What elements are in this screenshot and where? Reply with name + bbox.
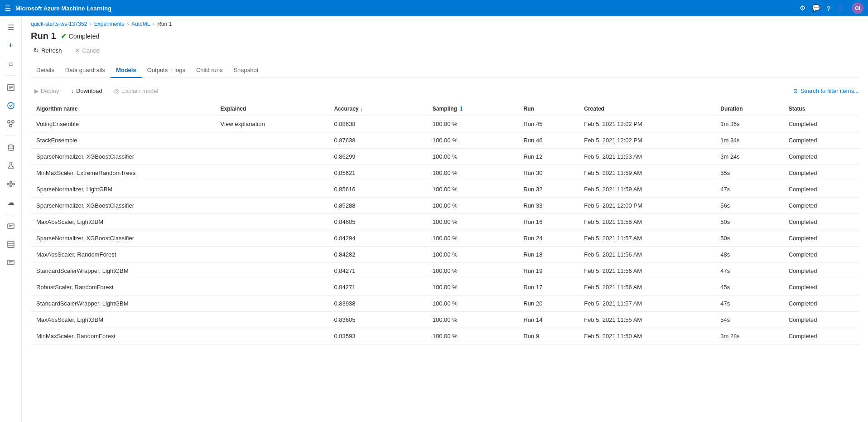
page-title: Run 1 [31, 31, 56, 41]
breadcrumb-sep-3: › [153, 21, 154, 27]
algorithm-cell[interactable]: MaxAbsScaler, RandomForest [31, 247, 215, 263]
settings-icon[interactable]: ⚙ [800, 4, 805, 12]
algorithm-cell[interactable]: MinMaxScaler, RandomForest [31, 328, 215, 344]
cancel-button[interactable]: ✕ Cancel [72, 45, 103, 56]
table-row: StandardScalerWrapper, LightGBM 0.83938 … [31, 296, 859, 312]
explained-cell [215, 181, 329, 198]
svg-rect-6 [12, 121, 14, 123]
tab-data-guardrails[interactable]: Data guardrails [60, 63, 111, 78]
tab-outputs-logs[interactable]: Outputs + logs [142, 63, 191, 78]
algorithm-cell[interactable]: StackEnsemble [31, 132, 215, 149]
profile-icon[interactable]: 👤 [837, 4, 845, 12]
help-icon[interactable]: ? [827, 5, 830, 12]
duration-cell: 3m 24s [715, 149, 783, 165]
deploy-icon: ▶ [34, 88, 39, 94]
explained-cell[interactable]: View explanation [215, 116, 329, 132]
created-cell: Feb 5, 2021 11:59 AM [579, 165, 715, 181]
sidebar-item-pipelines[interactable] [2, 176, 20, 192]
accuracy-cell: 0.84294 [328, 230, 427, 247]
breadcrumb-workspace[interactable]: quick-starts-ws-137352 [31, 21, 87, 27]
action-row: ↻ Refresh ✕ Cancel [31, 45, 859, 56]
sidebar-item-labeling[interactable] [2, 254, 20, 271]
col-accuracy[interactable]: Accuracy ↓ [328, 102, 427, 116]
run-cell[interactable]: Run 14 [518, 312, 579, 328]
created-cell: Feb 5, 2021 11:56 AM [579, 214, 715, 230]
run-cell[interactable]: Run 18 [518, 247, 579, 263]
sampling-info-icon[interactable]: ℹ [460, 106, 463, 112]
sidebar-item-notebooks[interactable] [2, 79, 20, 96]
run-cell[interactable]: Run 12 [518, 149, 579, 165]
algorithm-cell[interactable]: SparseNormalizer, LightGBM [31, 181, 215, 198]
algorithm-cell[interactable]: SparseNormalizer, XGBoostClassifier [31, 230, 215, 247]
created-cell: Feb 5, 2021 11:50 AM [579, 328, 715, 344]
models-table: Algorithm name Explained Accuracy ↓ Samp… [31, 102, 859, 344]
run-cell[interactable]: Run 46 [518, 132, 579, 149]
explained-cell [215, 263, 329, 279]
sidebar-item-home[interactable]: ⌂ [2, 55, 20, 72]
table-row: VotingEnsemble View explanation 0.88638 … [31, 116, 859, 132]
run-cell[interactable]: Run 20 [518, 296, 579, 312]
table-row: SparseNormalizer, XGBoostClassifier 0.86… [31, 149, 859, 165]
algorithm-cell[interactable]: SparseNormalizer, XGBoostClassifier [31, 149, 215, 165]
algorithm-cell[interactable]: MaxAbsScaler, LightGBM [31, 214, 215, 230]
tab-snapshot[interactable]: Snapshot [228, 63, 264, 78]
algorithm-cell[interactable]: MaxAbsScaler, LightGBM [31, 312, 215, 328]
hamburger-icon[interactable]: ☰ [5, 4, 11, 13]
avatar[interactable]: OI [852, 2, 863, 14]
algorithm-cell[interactable]: VotingEnsemble [31, 116, 215, 132]
search-placeholder[interactable]: Search to filter items... [800, 87, 859, 94]
main-content: quick-starts-ws-137352 › Experiments › A… [22, 16, 868, 422]
download-button[interactable]: ↓ Download [67, 85, 106, 97]
explained-cell [215, 149, 329, 165]
run-cell[interactable]: Run 24 [518, 230, 579, 247]
sidebar-item-datasets[interactable] [2, 140, 20, 156]
accuracy-cell: 0.83593 [328, 328, 427, 344]
run-cell[interactable]: Run 16 [518, 214, 579, 230]
breadcrumb: quick-starts-ws-137352 › Experiments › A… [31, 16, 859, 31]
sidebar-item-experiments[interactable] [2, 158, 20, 174]
status-badge: ✔ Completed [61, 32, 100, 40]
status-cell: Completed [783, 198, 859, 214]
explain-model-button[interactable]: ◎ Explain model [111, 85, 162, 97]
algorithm-cell[interactable]: MinMaxScaler, ExtremeRandomTrees [31, 165, 215, 181]
breadcrumb-current: Run 1 [157, 21, 172, 27]
sidebar-item-compute[interactable] [2, 218, 20, 234]
table-row: StandardScalerWrapper, LightGBM 0.84271 … [31, 263, 859, 279]
refresh-button[interactable]: ↻ Refresh [31, 45, 65, 56]
sidebar-item-designer[interactable] [2, 116, 20, 132]
breadcrumb-sep-2: › [127, 21, 129, 27]
algorithm-cell[interactable]: StandardScalerWrapper, LightGBM [31, 263, 215, 279]
run-cell[interactable]: Run 30 [518, 165, 579, 181]
run-cell[interactable]: Run 9 [518, 328, 579, 344]
breadcrumb-automl[interactable]: AutoML [131, 21, 150, 27]
tab-details[interactable]: Details [31, 63, 60, 78]
algorithm-cell[interactable]: StandardScalerWrapper, LightGBM [31, 296, 215, 312]
sidebar-item-new[interactable]: + [2, 37, 20, 53]
svg-rect-21 [8, 224, 14, 228]
algorithm-cell[interactable]: RobustScaler, RandomForest [31, 279, 215, 296]
sampling-cell: 100.00 % [427, 312, 518, 328]
breadcrumb-experiments[interactable]: Experiments [94, 21, 125, 27]
tab-models[interactable]: Models [111, 63, 142, 78]
sampling-cell: 100.00 % [427, 165, 518, 181]
sidebar-item-menu[interactable]: ☰ [2, 19, 20, 35]
run-cell[interactable]: Run 19 [518, 263, 579, 279]
tab-child-runs[interactable]: Child runs [191, 63, 228, 78]
sidebar-item-datastores[interactable] [2, 236, 20, 252]
search-box[interactable]: ⧖ Search to filter items... [793, 87, 859, 95]
run-cell[interactable]: Run 45 [518, 116, 579, 132]
table-row: MinMaxScaler, ExtremeRandomTrees 0.85621… [31, 165, 859, 181]
explained-cell [215, 198, 329, 214]
svg-rect-17 [10, 185, 12, 187]
svg-rect-24 [8, 241, 14, 247]
run-cell[interactable]: Run 32 [518, 181, 579, 198]
explained-cell [215, 230, 329, 247]
sidebar-item-models[interactable]: ☁ [2, 194, 20, 210]
run-cell[interactable]: Run 17 [518, 279, 579, 296]
algorithm-cell[interactable]: SparseNormalizer, XGBoostClassifier [31, 198, 215, 214]
refresh-icon: ↻ [34, 47, 39, 54]
deploy-button[interactable]: ▶ Deploy [31, 85, 63, 97]
run-cell[interactable]: Run 33 [518, 198, 579, 214]
feedback-icon[interactable]: 💬 [812, 4, 820, 12]
sidebar-item-automl[interactable] [2, 97, 20, 114]
